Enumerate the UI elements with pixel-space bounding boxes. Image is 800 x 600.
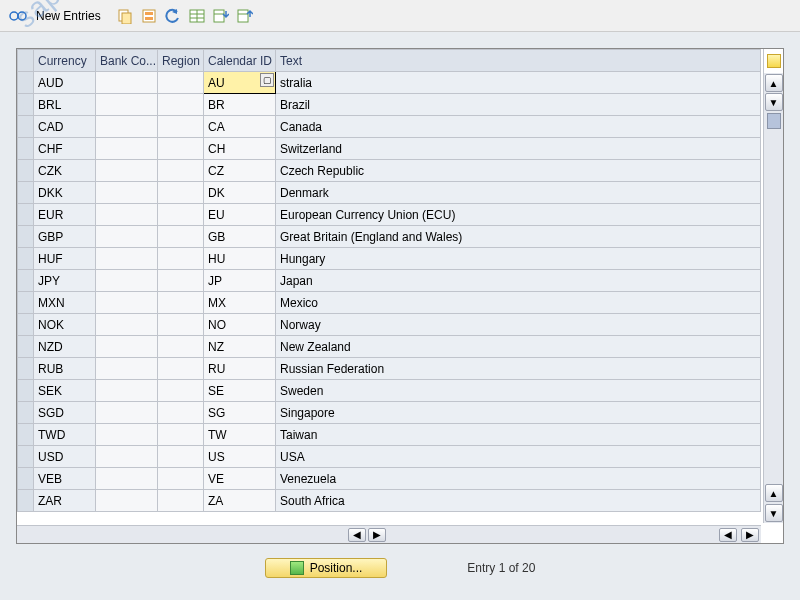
row-selector[interactable] bbox=[18, 446, 34, 468]
cell-text[interactable]: Great Britain (England and Wales) bbox=[276, 226, 761, 248]
cell-text[interactable]: Taiwan bbox=[276, 424, 761, 446]
cell-bank[interactable] bbox=[96, 248, 158, 270]
cell-currency[interactable]: CHF bbox=[34, 138, 96, 160]
copy-icon[interactable] bbox=[115, 6, 135, 26]
cell-currency[interactable]: EUR bbox=[34, 204, 96, 226]
scroll-up-icon[interactable]: ▲ bbox=[765, 74, 783, 92]
cell-calendar[interactable]: AU▢ bbox=[204, 72, 276, 94]
cell-region[interactable] bbox=[158, 402, 204, 424]
cell-region[interactable] bbox=[158, 160, 204, 182]
cell-text[interactable]: Japan bbox=[276, 270, 761, 292]
row-selector[interactable] bbox=[18, 138, 34, 160]
scroll-up-one-icon[interactable]: ▲ bbox=[765, 484, 783, 502]
cell-bank[interactable] bbox=[96, 160, 158, 182]
cell-region[interactable] bbox=[158, 468, 204, 490]
cell-currency[interactable]: BRL bbox=[34, 94, 96, 116]
cell-currency[interactable]: NOK bbox=[34, 314, 96, 336]
table-settings-icon[interactable] bbox=[767, 54, 781, 68]
cell-currency[interactable]: HUF bbox=[34, 248, 96, 270]
cell-text[interactable]: Sweden bbox=[276, 380, 761, 402]
cell-region[interactable] bbox=[158, 116, 204, 138]
col-header-region[interactable]: Region bbox=[158, 50, 204, 72]
select-all-icon[interactable] bbox=[139, 6, 159, 26]
row-selector[interactable] bbox=[18, 248, 34, 270]
row-selector[interactable] bbox=[18, 490, 34, 512]
cell-bank[interactable] bbox=[96, 270, 158, 292]
cell-bank[interactable] bbox=[96, 94, 158, 116]
cell-bank[interactable] bbox=[96, 424, 158, 446]
row-selector[interactable] bbox=[18, 204, 34, 226]
cell-text[interactable]: Norway bbox=[276, 314, 761, 336]
table-export-icon[interactable] bbox=[235, 6, 255, 26]
cell-currency[interactable]: AUD bbox=[34, 72, 96, 94]
cell-bank[interactable] bbox=[96, 72, 158, 94]
cell-bank[interactable] bbox=[96, 292, 158, 314]
cell-text[interactable]: Denmark bbox=[276, 182, 761, 204]
position-button[interactable]: Position... bbox=[265, 558, 388, 578]
cell-calendar[interactable]: TW bbox=[204, 424, 276, 446]
cell-text[interactable]: USA bbox=[276, 446, 761, 468]
cell-region[interactable] bbox=[158, 182, 204, 204]
table-icon[interactable] bbox=[187, 6, 207, 26]
cell-calendar[interactable]: RU bbox=[204, 358, 276, 380]
scroll-down-one-icon[interactable]: ▼ bbox=[765, 93, 783, 111]
cell-calendar[interactable]: MX bbox=[204, 292, 276, 314]
row-selector[interactable] bbox=[18, 314, 34, 336]
row-selector[interactable] bbox=[18, 182, 34, 204]
select-all-corner[interactable] bbox=[18, 50, 34, 72]
cell-region[interactable] bbox=[158, 138, 204, 160]
cell-region[interactable] bbox=[158, 358, 204, 380]
cell-bank[interactable] bbox=[96, 468, 158, 490]
cell-bank[interactable] bbox=[96, 204, 158, 226]
cell-calendar[interactable]: CH bbox=[204, 138, 276, 160]
cell-bank[interactable] bbox=[96, 226, 158, 248]
cell-region[interactable] bbox=[158, 424, 204, 446]
table-import-icon[interactable] bbox=[211, 6, 231, 26]
cell-region[interactable] bbox=[158, 292, 204, 314]
cell-region[interactable] bbox=[158, 446, 204, 468]
cell-currency[interactable]: MXN bbox=[34, 292, 96, 314]
cell-calendar[interactable]: CZ bbox=[204, 160, 276, 182]
cell-text[interactable]: Singapore bbox=[276, 402, 761, 424]
cell-text[interactable]: Czech Republic bbox=[276, 160, 761, 182]
row-selector[interactable] bbox=[18, 270, 34, 292]
cell-currency[interactable]: CZK bbox=[34, 160, 96, 182]
row-selector[interactable] bbox=[18, 380, 34, 402]
cell-region[interactable] bbox=[158, 380, 204, 402]
cell-region[interactable] bbox=[158, 72, 204, 94]
cell-bank[interactable] bbox=[96, 402, 158, 424]
cell-text[interactable]: Switzerland bbox=[276, 138, 761, 160]
cell-calendar[interactable]: BR bbox=[204, 94, 276, 116]
row-selector[interactable] bbox=[18, 116, 34, 138]
cell-region[interactable] bbox=[158, 94, 204, 116]
cell-calendar[interactable]: NZ bbox=[204, 336, 276, 358]
cell-text[interactable]: Brazil bbox=[276, 94, 761, 116]
col-header-bank[interactable]: Bank Co... bbox=[96, 50, 158, 72]
cell-currency[interactable]: JPY bbox=[34, 270, 96, 292]
cell-text[interactable]: European Currency Union (ECU) bbox=[276, 204, 761, 226]
cell-currency[interactable]: ZAR bbox=[34, 490, 96, 512]
new-entries-button[interactable]: New Entries bbox=[36, 9, 101, 23]
cell-region[interactable] bbox=[158, 226, 204, 248]
cell-calendar[interactable]: EU bbox=[204, 204, 276, 226]
cell-region[interactable] bbox=[158, 270, 204, 292]
cell-text[interactable]: New Zealand bbox=[276, 336, 761, 358]
cell-calendar[interactable]: HU bbox=[204, 248, 276, 270]
cell-bank[interactable] bbox=[96, 358, 158, 380]
cell-currency[interactable]: VEB bbox=[34, 468, 96, 490]
scroll-thumb[interactable] bbox=[767, 113, 781, 129]
undo-icon[interactable] bbox=[163, 6, 183, 26]
cell-bank[interactable] bbox=[96, 380, 158, 402]
scroll-down-icon[interactable]: ▼ bbox=[765, 504, 783, 522]
cell-text[interactable]: stralia bbox=[276, 72, 761, 94]
cell-text[interactable]: Russian Federation bbox=[276, 358, 761, 380]
glasses-icon[interactable] bbox=[8, 6, 28, 26]
cell-text[interactable]: Canada bbox=[276, 116, 761, 138]
cell-text[interactable]: Hungary bbox=[276, 248, 761, 270]
scroll-right-icon[interactable]: ▶ bbox=[368, 528, 386, 542]
cell-calendar[interactable]: DK bbox=[204, 182, 276, 204]
cell-text[interactable]: Venezuela bbox=[276, 468, 761, 490]
cell-currency[interactable]: NZD bbox=[34, 336, 96, 358]
cell-bank[interactable] bbox=[96, 182, 158, 204]
scroll-left-icon[interactable]: ◀ bbox=[348, 528, 366, 542]
